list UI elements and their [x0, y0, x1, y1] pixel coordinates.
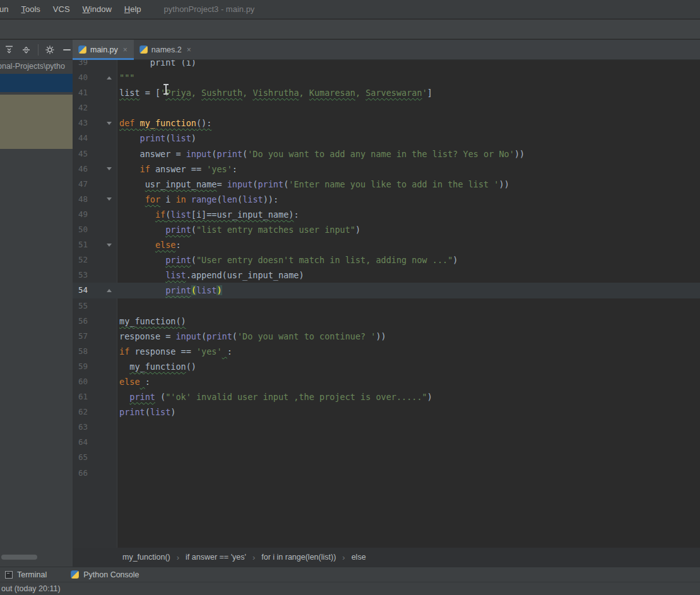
- code-line-52[interactable]: 52 print("User entry doesn't match in li…: [73, 252, 700, 268]
- breadcrumb-item[interactable]: else: [349, 553, 369, 562]
- code-line-60[interactable]: 60else :: [73, 374, 700, 389]
- code-editor[interactable]: 39 print (i)40"""41list = ['Priya, Sushr…: [73, 60, 700, 548]
- fold-marker-icon[interactable]: [98, 162, 117, 177]
- tab-label: names.2: [151, 45, 182, 54]
- code-text[interactable]: else:: [117, 237, 700, 252]
- close-icon[interactable]: ×: [187, 46, 191, 54]
- code-line-49[interactable]: 49 if(list[i]==usr_input_name):: [73, 207, 700, 222]
- code-line-40[interactable]: 40""": [73, 70, 700, 85]
- code-text[interactable]: list.append(usr_input_name): [117, 268, 700, 283]
- code-text[interactable]: print(list): [117, 131, 700, 146]
- code-line-62[interactable]: 62print(list): [73, 404, 700, 420]
- code-line-58[interactable]: 58if response == 'yes' :: [73, 344, 700, 359]
- code-text[interactable]: usr_input_name= input(print('Enter name …: [117, 177, 700, 192]
- fold-marker-icon[interactable]: [98, 70, 117, 85]
- menu-item-vcs[interactable]: VCS: [47, 4, 76, 14]
- code-text[interactable]: if answer == 'yes':: [117, 162, 700, 177]
- line-number: 59: [73, 359, 98, 374]
- code-line-45[interactable]: 45 answer = input(print('Do you want to …: [73, 146, 700, 162]
- code-text[interactable]: print("list entry matches user input"): [117, 222, 700, 237]
- code-line-64[interactable]: 64: [73, 435, 700, 450]
- code-line-39[interactable]: 39 print (i): [73, 60, 700, 70]
- line-number: 53: [73, 268, 98, 283]
- terminal-button[interactable]: Terminal: [5, 570, 47, 579]
- code-text[interactable]: if(list[i]==usr_input_name):: [117, 207, 700, 222]
- code-line-53[interactable]: 53 list.append(usr_input_name): [73, 268, 700, 283]
- code-text[interactable]: print(list): [117, 404, 700, 420]
- settings-gear-icon[interactable]: [45, 44, 56, 56]
- code-line-51[interactable]: 51 else:: [73, 237, 700, 252]
- code-text[interactable]: print(list): [117, 283, 700, 298]
- fold-column: [98, 298, 117, 314]
- tab-names-2[interactable]: names.2 ×: [134, 40, 198, 59]
- fold-marker-icon[interactable]: [98, 115, 117, 131]
- code-text[interactable]: [117, 466, 700, 481]
- code-text[interactable]: answer = input(print('Do you want to add…: [117, 146, 700, 162]
- code-text[interactable]: """: [117, 70, 700, 85]
- code-line-66[interactable]: 66: [73, 466, 700, 481]
- code-line-55[interactable]: 55: [73, 298, 700, 314]
- tab-label: main.py: [90, 45, 118, 54]
- python-console-button[interactable]: Python Console: [71, 570, 139, 579]
- expand-all-icon[interactable]: [4, 44, 15, 56]
- code-text[interactable]: print("User entry doesn't match in list,…: [117, 252, 700, 268]
- fold-column: [98, 252, 117, 268]
- code-line-54[interactable]: 54 print(list): [73, 283, 700, 298]
- horizontal-scrollbar[interactable]: [1, 555, 37, 560]
- code-text[interactable]: [117, 435, 700, 450]
- fold-marker-icon[interactable]: [98, 237, 117, 252]
- code-line-57[interactable]: 57response = input(print('Do you want to…: [73, 329, 700, 344]
- tab-main-py[interactable]: main.py ×: [73, 40, 134, 59]
- fold-column: [98, 404, 117, 420]
- code-area[interactable]: 39 print (i)40"""41list = ['Priya, Sushr…: [73, 60, 700, 481]
- code-line-42[interactable]: 42: [73, 100, 700, 115]
- code-line-47[interactable]: 47 usr_input_name= input(print('Enter na…: [73, 177, 700, 192]
- collapse-all-icon[interactable]: [21, 44, 32, 56]
- code-text[interactable]: else :: [117, 374, 700, 389]
- line-number: 44: [73, 131, 98, 146]
- menu-item-window[interactable]: Window: [76, 4, 118, 14]
- fold-column: [98, 100, 117, 115]
- toolbar-band: [0, 20, 700, 39]
- project-tree-item-path[interactable]: onal-Projects\pytho: [0, 62, 80, 71]
- code-line-50[interactable]: 50 print("list entry matches user input"…: [73, 222, 700, 237]
- line-number: 49: [73, 207, 98, 222]
- close-icon[interactable]: ×: [123, 46, 128, 54]
- menu-item-help[interactable]: Help: [118, 4, 148, 14]
- code-line-65[interactable]: 65: [73, 450, 700, 465]
- code-text[interactable]: my_function(): [117, 314, 700, 329]
- code-text[interactable]: def my_function():: [117, 115, 700, 131]
- code-text[interactable]: print ("'ok' invalid user input ,the pro…: [117, 389, 700, 404]
- code-text[interactable]: [117, 450, 700, 465]
- code-text[interactable]: [117, 298, 700, 314]
- breadcrumb-item[interactable]: for i in range(len(list)): [259, 553, 338, 562]
- line-number: 50: [73, 222, 98, 237]
- code-line-56[interactable]: 56my_function(): [73, 314, 700, 329]
- menu-items: unToolsVCSWindowHelp: [0, 4, 148, 14]
- line-number: 40: [73, 70, 98, 85]
- breadcrumb-item[interactable]: my_function(): [120, 553, 173, 562]
- code-text[interactable]: [117, 420, 700, 435]
- menu-item-un[interactable]: un: [0, 4, 15, 14]
- code-line-46[interactable]: 46 if answer == 'yes':: [73, 162, 700, 177]
- project-tree-selected-row[interactable]: [0, 74, 73, 92]
- code-text[interactable]: response = input(print('Do you want to c…: [117, 329, 700, 344]
- code-text[interactable]: if response == 'yes' :: [117, 344, 700, 359]
- code-text[interactable]: my_function(): [117, 359, 700, 374]
- code-line-63[interactable]: 63: [73, 420, 700, 435]
- code-line-43[interactable]: 43def my_function():: [73, 115, 700, 131]
- code-line-44[interactable]: 44 print(list): [73, 131, 700, 146]
- code-text[interactable]: [117, 100, 700, 115]
- code-line-48[interactable]: 48 for i in range(len(list)):: [73, 192, 700, 207]
- code-text[interactable]: print (i): [117, 60, 700, 70]
- code-line-59[interactable]: 59 my_function(): [73, 359, 700, 374]
- code-text[interactable]: for i in range(len(list)):: [117, 192, 700, 207]
- fold-marker-icon[interactable]: [98, 283, 117, 298]
- fold-column: [98, 359, 117, 374]
- breadcrumb-item[interactable]: if answer == 'yes': [183, 553, 249, 562]
- hide-panel-icon[interactable]: [62, 44, 73, 56]
- fold-marker-icon[interactable]: [98, 192, 117, 207]
- menu-item-tools[interactable]: Tools: [15, 4, 46, 14]
- code-text[interactable]: list = ['Priya, Sushruth, Vishrutha, Kum…: [117, 85, 700, 100]
- code-line-61[interactable]: 61 print ("'ok' invalid user input ,the …: [73, 389, 700, 404]
